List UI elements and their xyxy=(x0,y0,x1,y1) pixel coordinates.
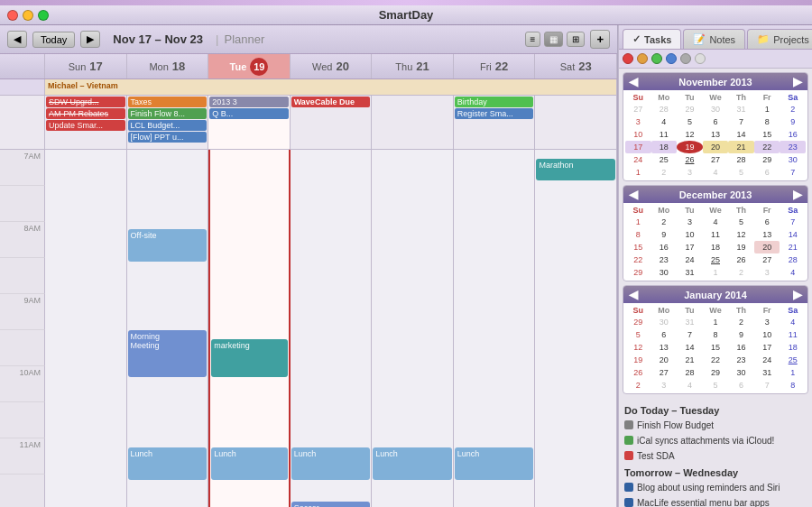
event-ampm[interactable]: AM-PM Rebates xyxy=(46,108,125,119)
event-morning-meeting[interactable]: MorningMeeting xyxy=(128,330,208,377)
event-sdw[interactable]: SDW Upgrd... xyxy=(46,97,125,107)
event-flow-ppt[interactable]: [Flow] PPT u... xyxy=(128,132,208,143)
task-maclife[interactable]: MacLife essential menu bar apps xyxy=(623,495,808,507)
event-birthday[interactable]: Birthday xyxy=(455,97,534,107)
event-taxes[interactable]: Taxes xyxy=(128,97,208,107)
region-row: Michael – Vietnam xyxy=(0,79,617,96)
event-lunch-wed[interactable]: Lunch xyxy=(291,447,371,480)
task-test-sda-text: Test SDA xyxy=(637,450,675,462)
task-blog[interactable]: Blog about using reminders and Siri xyxy=(623,480,808,495)
mini-cal-dec-prev[interactable]: ◀ xyxy=(629,188,638,201)
tasks-label: Tasks xyxy=(644,34,671,45)
filter-red[interactable] xyxy=(623,53,633,64)
filter-gray[interactable] xyxy=(680,53,691,64)
week-header: Sun17 Mon18 Tue19 Wed20 Thu21 Fri22 Sat2… xyxy=(0,54,617,79)
time-column: 7AM 8AM 9AM 10AM 11AM 12PM 1PM 2PM xyxy=(0,150,45,507)
event-marketing[interactable]: marketing xyxy=(211,339,288,377)
sidebar-tabs: ✓ Tasks 📝 Notes 📁 Projects xyxy=(619,25,812,50)
all-day-col-tue: 2013 3 Q B... xyxy=(208,96,291,149)
all-day-col-fri: Birthday Register Sma... xyxy=(454,96,536,149)
add-event-button[interactable]: + xyxy=(590,30,610,49)
main-container: ◀ Today ▶ Nov 17 – Nov 23 | Planner ≡ ▦ … xyxy=(0,25,812,507)
task-ical[interactable]: iCal syncs attachments via iCloud! xyxy=(623,433,808,448)
day-header-tue[interactable]: Tue19 xyxy=(208,54,291,78)
maximize-button[interactable] xyxy=(38,10,49,21)
task-test-sda[interactable]: Test SDA xyxy=(623,448,808,464)
time-grid-inner: 7AM 8AM 9AM 10AM 11AM 12PM 1PM 2PM xyxy=(0,150,617,507)
time-930 xyxy=(0,330,45,366)
event-lunch-fri[interactable]: Lunch xyxy=(455,447,534,480)
all-day-col-thu xyxy=(372,96,454,149)
event-lunch-tue[interactable]: Lunch xyxy=(211,447,288,480)
mini-cal-nov-days-header: Su Mo Tu We Th Fr Sa xyxy=(625,92,806,103)
event-register[interactable]: Register Sma... xyxy=(455,108,534,119)
sidebar-content[interactable]: ◀ November 2013 ▶ Su Mo Tu We Th Fr Sa xyxy=(619,69,812,507)
event-lcl[interactable]: LCL Budget... xyxy=(128,120,208,131)
prev-button[interactable]: ◀ xyxy=(7,31,27,48)
day-header-thu[interactable]: Thu21 xyxy=(372,54,454,78)
today-button[interactable]: Today xyxy=(32,32,75,48)
mini-cal-november: ◀ November 2013 ▶ Su Mo Tu We Th Fr Sa xyxy=(623,72,808,181)
view-week-btn[interactable]: ▦ xyxy=(544,32,563,47)
day-header-fri[interactable]: Fri22 xyxy=(454,54,536,78)
region-label: Michael – Vietnam xyxy=(45,79,617,95)
notes-label: Notes xyxy=(709,34,735,45)
mini-cal-prev[interactable]: ◀ xyxy=(629,75,638,88)
time-7am: 7AM xyxy=(0,150,45,186)
close-button[interactable] xyxy=(7,10,18,21)
event-marathon[interactable]: Marathon xyxy=(536,159,615,180)
event-2013[interactable]: 2013 3 xyxy=(209,97,289,107)
mini-cal-dec-title: December 2013 xyxy=(679,189,752,200)
mini-cal-jan-prev[interactable]: ◀ xyxy=(629,288,638,301)
mini-cal-dec-next[interactable]: ▶ xyxy=(793,188,802,201)
time-9am: 9AM xyxy=(0,294,45,330)
task-list: Do Today – Tuesday Finish Flow Budget iC… xyxy=(619,398,812,507)
region-label-col xyxy=(0,79,45,95)
view-list-btn[interactable]: ≡ xyxy=(525,32,541,47)
event-update[interactable]: Update Smar... xyxy=(46,120,125,131)
day-header-sun[interactable]: Sun17 xyxy=(45,54,127,78)
calendar-pane: ◀ Today ▶ Nov 17 – Nov 23 | Planner ≡ ▦ … xyxy=(0,25,618,507)
calendar-toolbar: ◀ Today ▶ Nov 17 – Nov 23 | Planner ≡ ▦ … xyxy=(0,25,617,54)
event-offsite[interactable]: Off-site xyxy=(128,229,208,262)
day-col-tue: marketing Lunch Flow xyxy=(208,150,291,507)
filter-orange[interactable] xyxy=(637,53,648,64)
view-grid-btn[interactable]: ⊞ xyxy=(567,32,585,47)
event-qb[interactable]: Q B... xyxy=(209,108,289,119)
filter-blue[interactable] xyxy=(666,53,677,64)
filter-green[interactable] xyxy=(651,53,662,64)
task-dot xyxy=(624,436,633,445)
day-header-sat[interactable]: Sat23 xyxy=(535,54,617,78)
mini-cal-next[interactable]: ▶ xyxy=(793,75,802,88)
day-col-wed: Lunch SoccerChampionships xyxy=(291,150,373,507)
next-button[interactable]: ▶ xyxy=(80,31,100,48)
time-grid[interactable]: 7AM 8AM 9AM 10AM 11AM 12PM 1PM 2PM xyxy=(0,150,617,507)
time-1130 xyxy=(0,475,45,507)
time-1030 xyxy=(0,402,45,438)
event-lunch-thu[interactable]: Lunch xyxy=(373,447,452,480)
task-dot xyxy=(624,420,633,429)
app-title: SmartDay xyxy=(379,8,434,22)
separator: | xyxy=(216,32,218,46)
tasks-icon: ✓ xyxy=(632,33,641,45)
event-wavecable[interactable]: WaveCable Due xyxy=(291,97,371,107)
day-header-mon[interactable]: Mon18 xyxy=(127,54,209,78)
task-blog-text: Blog about using reminders and Siri xyxy=(637,482,780,493)
tab-tasks[interactable]: ✓ Tasks xyxy=(623,29,681,49)
event-finish-flow[interactable]: Finish Flow 8... xyxy=(128,108,208,119)
tab-notes[interactable]: 📝 Notes xyxy=(683,29,745,49)
day-col-sun xyxy=(45,150,127,507)
projects-label: Projects xyxy=(773,34,809,45)
task-finish-flow[interactable]: Finish Flow Budget xyxy=(623,418,808,433)
color-filters xyxy=(619,50,812,69)
mini-cal-jan-next[interactable]: ▶ xyxy=(793,288,802,301)
event-soccer[interactable]: SoccerChampionships xyxy=(291,502,371,507)
day-header-wed[interactable]: Wed20 xyxy=(291,54,373,78)
event-lunch-mon[interactable]: Lunch xyxy=(128,447,208,480)
tab-projects[interactable]: 📁 Projects xyxy=(747,29,812,49)
tomorrow-header: Tomorrow – Wednesday xyxy=(623,464,808,480)
task-ical-text: iCal syncs attachments via iCloud! xyxy=(637,435,774,447)
filter-white[interactable] xyxy=(695,53,706,64)
mini-cal-nov-title: November 2013 xyxy=(678,77,752,88)
minimize-button[interactable] xyxy=(23,10,33,21)
